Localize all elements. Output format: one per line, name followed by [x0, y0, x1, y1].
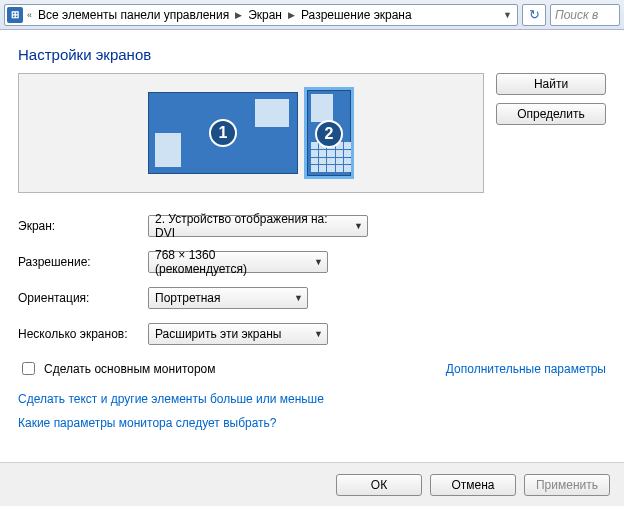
advanced-settings-link[interactable]: Дополнительные параметры	[446, 362, 606, 376]
search-placeholder: Поиск в	[555, 8, 598, 22]
chevron-down-icon: ▼	[294, 293, 303, 303]
primary-monitor-checkbox-input[interactable]	[22, 362, 35, 375]
monitor-1-number: 1	[209, 119, 237, 147]
content-area: Настройки экранов 1 2 Найти Определи	[0, 30, 624, 430]
row-primary-and-advanced: Сделать основным монитором Дополнительны…	[18, 359, 606, 378]
dialog-footer: ОК Отмена Применить	[0, 462, 624, 506]
chevron-down-icon: ▼	[314, 257, 323, 267]
label-multi: Несколько экранов:	[18, 327, 148, 341]
arrange-side-buttons: Найти Определить	[496, 73, 606, 193]
select-resolution[interactable]: 768 × 1360 (рекомендуется) ▼	[148, 251, 328, 273]
monitor-1[interactable]: 1	[148, 92, 298, 174]
select-multi[interactable]: Расширить эти экраны ▼	[148, 323, 328, 345]
label-orientation: Ориентация:	[18, 291, 148, 305]
search-input[interactable]: Поиск в	[550, 4, 620, 26]
chevron-right-icon: ▶	[286, 10, 297, 20]
chevron-down-icon: ▼	[354, 221, 363, 231]
control-panel-icon: ⊞	[7, 7, 23, 23]
apply-button[interactable]: Применить	[524, 474, 610, 496]
help-links: Сделать текст и другие элементы больше и…	[18, 392, 606, 430]
breadcrumb-leaf[interactable]: Разрешение экрана	[297, 5, 416, 25]
chevron-right-icon: ▶	[233, 10, 244, 20]
select-screen-value: 2. Устройство отображения на: DVI	[155, 212, 348, 240]
address-dropdown[interactable]: ▼	[499, 5, 515, 25]
monitor-deco	[311, 94, 333, 122]
find-button[interactable]: Найти	[496, 73, 606, 95]
select-orientation[interactable]: Портретная ▼	[148, 287, 308, 309]
select-resolution-value: 768 × 1360 (рекомендуется)	[155, 248, 308, 276]
row-orientation: Ориентация: Портретная ▼	[18, 287, 606, 309]
monitor-2-selected[interactable]: 2	[304, 87, 354, 179]
label-resolution: Разрешение:	[18, 255, 148, 269]
primary-monitor-checkbox[interactable]: Сделать основным монитором	[18, 359, 216, 378]
refresh-button[interactable]: ↻	[522, 4, 546, 26]
breadcrumb-root-label: Все элементы панели управления	[38, 8, 229, 22]
select-orientation-value: Портретная	[155, 291, 220, 305]
chevron-left-icon[interactable]: «	[25, 10, 34, 20]
text-size-link[interactable]: Сделать текст и другие элементы больше и…	[18, 392, 606, 406]
row-resolution: Разрешение: 768 × 1360 (рекомендуется) ▼	[18, 251, 606, 273]
row-multi: Несколько экранов: Расширить эти экраны …	[18, 323, 606, 345]
primary-monitor-label: Сделать основным монитором	[44, 362, 216, 376]
breadcrumb-mid-label: Экран	[248, 8, 282, 22]
row-screen: Экран: 2. Устройство отображения на: DVI…	[18, 215, 606, 237]
page-title: Настройки экранов	[18, 46, 606, 63]
identify-button[interactable]: Определить	[496, 103, 606, 125]
cancel-button[interactable]: Отмена	[430, 474, 516, 496]
breadcrumb-leaf-label: Разрешение экрана	[301, 8, 412, 22]
display-arrange-row: 1 2 Найти Определить	[18, 73, 606, 193]
monitor-2-number: 2	[315, 120, 343, 148]
which-monitor-link[interactable]: Какие параметры монитора следует выбрать…	[18, 416, 606, 430]
breadcrumb-root[interactable]: Все элементы панели управления	[34, 5, 233, 25]
address-bar: ⊞ « Все элементы панели управления ▶ Экр…	[0, 0, 624, 30]
display-arrange-box[interactable]: 1 2	[18, 73, 484, 193]
monitor-deco	[155, 133, 181, 167]
monitor-deco	[255, 99, 289, 127]
chevron-down-icon: ▼	[314, 329, 323, 339]
select-multi-value: Расширить эти экраны	[155, 327, 281, 341]
select-screen[interactable]: 2. Устройство отображения на: DVI ▼	[148, 215, 368, 237]
ok-button[interactable]: ОК	[336, 474, 422, 496]
label-screen: Экран:	[18, 219, 148, 233]
breadcrumb[interactable]: ⊞ « Все элементы панели управления ▶ Экр…	[4, 4, 518, 26]
breadcrumb-mid[interactable]: Экран	[244, 5, 286, 25]
